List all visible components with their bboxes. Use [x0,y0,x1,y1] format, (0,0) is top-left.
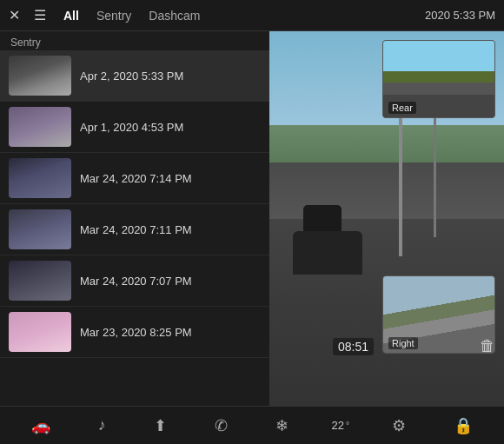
temperature-value: 22 [332,419,344,432]
tab-sentry[interactable]: Sentry [93,7,135,24]
left-panel: Sentry Apr 2, 2020 5:33 PM Apr 1, 2020 4… [0,31,269,406]
tab-all[interactable]: All [60,7,83,24]
main-content: Sentry Apr 2, 2020 5:33 PM Apr 1, 2020 4… [0,31,504,406]
top-bar: ✕ ☰ All Sentry Dashcam 2020 5:33 PM [0,0,504,31]
pip-right-camera: Right [382,275,495,354]
clip-info: Mar 24, 2020 7:11 PM [71,223,192,236]
upload-icon[interactable]: ⬆ [149,413,172,439]
clip-thumbnail [9,312,71,352]
clip-date: Apr 1, 2020 4:53 PM [80,121,183,134]
car-icon[interactable]: 🚗 [26,413,56,439]
tab-dashcam[interactable]: Dashcam [145,7,203,24]
clip-thumbnail [9,261,71,301]
clip-thumbnail [9,209,71,249]
clip-date: Mar 24, 2020 7:11 PM [80,223,192,236]
clip-thumbnail [9,158,71,198]
list-item[interactable]: Apr 1, 2020 4:53 PM [0,102,269,153]
clip-list: Apr 2, 2020 5:33 PM Apr 1, 2020 4:53 PM … [0,50,269,406]
pip-right-inner: Right [383,276,494,353]
phone-icon[interactable]: ✆ [209,413,233,439]
pip-rear-inner: Rear [383,41,494,117]
clip-date: Mar 23, 2020 8:25 PM [80,326,192,339]
clip-info: Mar 24, 2020 7:07 PM [71,275,192,288]
clip-date: Mar 24, 2020 7:14 PM [80,172,192,185]
clip-info: Mar 24, 2020 7:14 PM [71,172,192,185]
clip-thumbnail [9,56,71,96]
clip-date: Mar 24, 2020 7:07 PM [80,275,192,288]
scene-element [293,231,362,275]
list-item[interactable]: Apr 2, 2020 5:33 PM [0,50,269,102]
list-item[interactable]: Mar 23, 2020 8:25 PM [0,307,269,358]
clip-thumbnail [9,107,71,147]
list-item[interactable]: Mar 24, 2020 7:07 PM [0,255,269,307]
close-icon[interactable]: ✕ [9,7,20,23]
list-item[interactable]: Mar 24, 2020 7:14 PM [0,153,269,204]
delete-icon[interactable]: 🗑 [480,337,495,355]
fan-icon[interactable]: ❄ [270,413,294,439]
pip-right-label: Right [388,337,418,349]
lock-icon[interactable]: 🔒 [448,413,478,439]
clip-info: Apr 2, 2020 5:33 PM [71,70,183,83]
video-timestamp: 08:51 [333,338,374,355]
clip-info: Mar 23, 2020 8:25 PM [71,326,192,339]
temperature-unit: ° [346,421,349,430]
temperature-display: 22° [332,419,349,432]
section-label: Sentry [0,31,269,50]
top-bar-tabs: All Sentry Dashcam [60,7,204,24]
clip-date: Apr 2, 2020 5:33 PM [80,70,183,83]
list-item[interactable]: Mar 24, 2020 7:11 PM [0,204,269,255]
bottom-bar: 🚗 ♪ ⬆ ✆ ❄ 22° ⚙ 🔒 [0,406,504,444]
settings-icon[interactable]: ⚙ [387,413,411,439]
right-panel[interactable]: Rear Right 08:51 🗑 [269,31,504,406]
music-icon[interactable]: ♪ [93,413,111,438]
pip-rear-label: Rear [388,102,416,114]
menu-icon[interactable]: ☰ [34,7,46,23]
top-bar-time: 2020 5:33 PM [425,9,495,22]
scene-element [434,106,436,237]
clip-info: Apr 1, 2020 4:53 PM [71,121,183,134]
pip-rear-camera: Rear [382,40,495,118]
